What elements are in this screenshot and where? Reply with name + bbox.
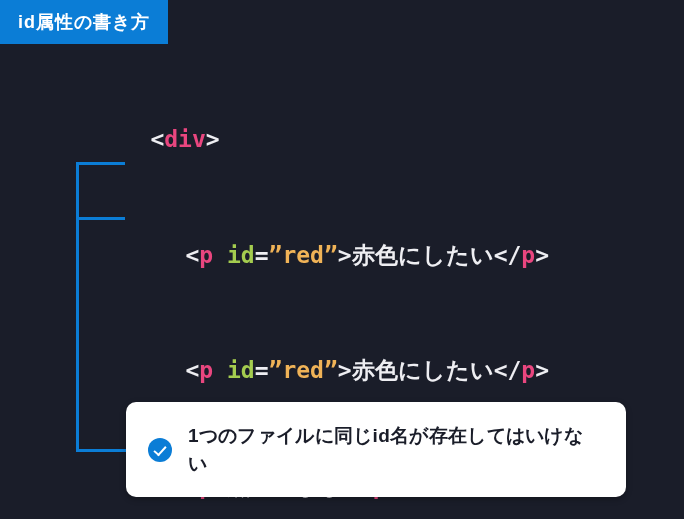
- tag-p-close: p: [521, 242, 535, 268]
- quote-close: ”: [324, 242, 338, 268]
- punct-lt-close: </: [494, 357, 522, 383]
- tag-p-open: p: [199, 242, 213, 268]
- punct-lt: <: [185, 242, 199, 268]
- punct-lt-close: </: [494, 242, 522, 268]
- tag-p-open: p: [199, 357, 213, 383]
- space: [213, 242, 227, 268]
- punct-lt: <: [185, 357, 199, 383]
- header-tab-label: id属性の書き方: [18, 12, 150, 32]
- punct-eq: =: [255, 242, 269, 268]
- text-red1: 赤色にしたい: [352, 242, 494, 268]
- punct-gt: >: [338, 242, 352, 268]
- callout-message: 1つのファイルに同じid名が存在してはいけない: [188, 422, 602, 477]
- quote-close: ”: [324, 357, 338, 383]
- attr-id: id: [227, 357, 255, 383]
- attr-value-red: red: [282, 357, 324, 383]
- punct-eq: =: [255, 357, 269, 383]
- callout-box: 1つのファイルに同じid名が存在してはいけない: [126, 402, 626, 497]
- text-red2: 赤色にしたい: [352, 357, 494, 383]
- attr-value-red: red: [282, 242, 324, 268]
- tag-p-close: p: [521, 357, 535, 383]
- space: [213, 357, 227, 383]
- punct-lt: <: [150, 126, 164, 152]
- code-line-div-open: <div>: [95, 95, 549, 185]
- code-line-p1: <p id=”red”>赤色にしたい</p>: [130, 211, 549, 301]
- punct-gt: >: [338, 357, 352, 383]
- connector-vertical: [76, 162, 79, 452]
- quote-open: ”: [269, 242, 283, 268]
- quote-open: ”: [269, 357, 283, 383]
- tag-div: div: [164, 126, 206, 152]
- punct-gt: >: [535, 357, 549, 383]
- attr-id: id: [227, 242, 255, 268]
- header-tab: id属性の書き方: [0, 0, 168, 44]
- punct-gt: >: [535, 242, 549, 268]
- check-circle-icon: [148, 438, 172, 462]
- punct-gt: >: [206, 126, 220, 152]
